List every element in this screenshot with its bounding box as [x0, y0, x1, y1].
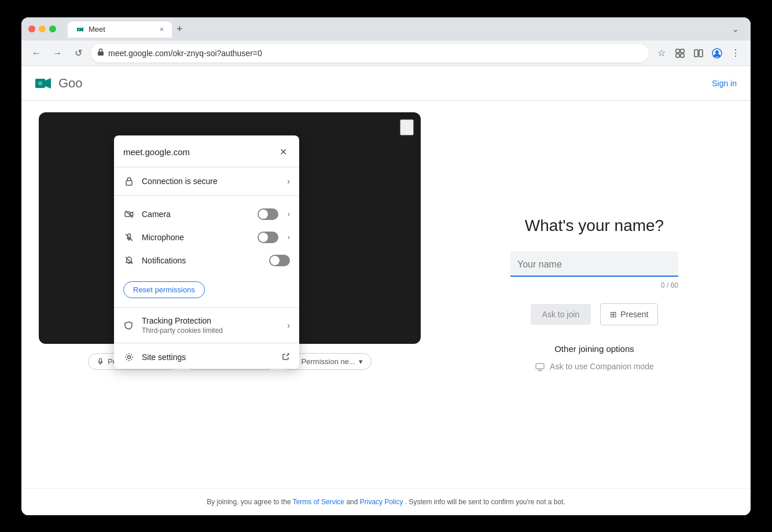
browser-menu-button[interactable]: ⋮: [727, 45, 744, 61]
browser-content: Goo Sign in ⋮: [21, 66, 751, 515]
mic-off-icon: [123, 232, 135, 243]
connection-secure-text: Connection is secure: [142, 177, 280, 186]
popup-camera-row[interactable]: Camera ›: [114, 203, 299, 226]
tracking-protection-icon: [123, 320, 135, 331]
tab-bar: Meet × +: [68, 21, 723, 38]
window-dropdown-button[interactable]: ⌄: [727, 21, 744, 37]
present-label: Present: [620, 310, 648, 319]
external-link-icon: [282, 353, 290, 362]
forward-button[interactable]: →: [49, 45, 65, 61]
popup-divider-1: [114, 167, 299, 167]
tab-close-button[interactable]: ×: [160, 25, 164, 34]
address-bar[interactable]: meet.google.com/okr-znyq-soi?authuser=0: [91, 44, 649, 63]
tab-title: Meet: [89, 25, 105, 34]
reset-permissions-button[interactable]: Reset permissions: [123, 281, 205, 298]
extensions-button[interactable]: [672, 45, 688, 61]
site-settings-text: Site settings: [142, 353, 275, 362]
companion-label: Ask to use Companion mode: [550, 362, 654, 371]
new-tab-button[interactable]: +: [172, 21, 188, 38]
camera-dropdown-icon: ▾: [359, 357, 363, 366]
svg-rect-5: [681, 49, 684, 53]
footer-text-after: . System info will be sent to confirm yo…: [405, 498, 565, 506]
tracking-chevron-icon: ›: [287, 321, 290, 330]
svg-rect-24: [536, 364, 544, 369]
popup-title: meet.google.com: [123, 147, 190, 157]
security-popup: meet.google.com ✕ Connection is secure ›: [114, 135, 299, 369]
privacy-policy-link[interactable]: Privacy Policy: [360, 498, 403, 506]
meet-icon: [33, 73, 54, 94]
browser-window: Meet × + ⌄ ← → ↺ meet.google.com/okr-zny…: [21, 17, 751, 515]
join-actions: Ask to join ⊞ Present: [531, 303, 659, 325]
svg-rect-3: [98, 52, 104, 56]
camera-toggle[interactable]: [258, 208, 278, 220]
titlebar: Meet × + ⌄: [21, 17, 751, 41]
other-options-heading: Other joining options: [554, 344, 634, 354]
camera-permission-text: Camera: [142, 210, 251, 219]
join-heading: What's your name?: [525, 217, 664, 235]
close-window-button[interactable]: [28, 25, 35, 32]
tracking-sub-label: Third-party cookies limited: [142, 326, 280, 335]
maximize-window-button[interactable]: [49, 25, 56, 32]
back-button[interactable]: ←: [28, 45, 45, 61]
popup-site-settings-row[interactable]: Site settings: [114, 346, 299, 369]
companion-icon: [535, 361, 545, 373]
svg-rect-8: [694, 50, 698, 57]
svg-rect-7: [681, 54, 684, 57]
popup-tracking-row[interactable]: Tracking Protection Third-party cookies …: [114, 310, 299, 340]
lock-secure-icon: [123, 175, 135, 187]
camera-chevron-icon: ›: [288, 210, 290, 218]
tab-favicon-icon: [76, 25, 85, 34]
connection-chevron-icon: ›: [287, 177, 290, 186]
notifications-toggle[interactable]: [269, 255, 290, 266]
sign-in-button[interactable]: Sign in: [712, 79, 737, 88]
svg-point-11: [715, 50, 719, 54]
meet-logo: Goo: [33, 73, 83, 94]
microphone-toggle[interactable]: [258, 232, 278, 243]
popup-notifications-row[interactable]: Notifications: [114, 249, 299, 272]
lock-icon: [97, 48, 105, 58]
video-more-button[interactable]: ⋮: [400, 119, 414, 135]
svg-rect-6: [676, 54, 679, 57]
microphone-chevron-icon: ›: [288, 233, 290, 241]
popup-divider-2: [114, 195, 299, 196]
present-icon: ⊞: [610, 310, 617, 319]
svg-point-15: [38, 81, 42, 85]
split-view-button[interactable]: [690, 45, 707, 61]
popup-close-button[interactable]: ✕: [276, 145, 290, 159]
terms-of-service-link[interactable]: Terms of Service: [293, 498, 344, 506]
toolbar-actions: ☆: [653, 45, 744, 61]
active-tab[interactable]: Meet ×: [68, 21, 172, 38]
camera-permission-label: Permission ne...: [302, 357, 355, 366]
tracking-label: Tracking Protection: [142, 316, 280, 325]
companion-mode-button[interactable]: Ask to use Companion mode: [535, 361, 654, 373]
microphone-permission-text: Microphone: [142, 233, 251, 242]
camera-off-icon: [123, 208, 135, 220]
popup-permissions-section: Camera › Microphone: [114, 198, 299, 277]
url-text: meet.google.com/okr-znyq-soi?authuser=0: [108, 49, 641, 58]
footer-text-before: By joining, you agree to the: [207, 498, 293, 506]
minimize-window-button[interactable]: [39, 25, 46, 32]
present-button[interactable]: ⊞ Present: [600, 303, 658, 325]
reload-button[interactable]: ↺: [70, 45, 86, 61]
bookmark-button[interactable]: ☆: [653, 45, 670, 61]
svg-rect-4: [676, 49, 679, 53]
account-button[interactable]: [709, 45, 725, 61]
name-input-container: [510, 251, 678, 277]
popup-microphone-row[interactable]: Microphone ›: [114, 226, 299, 249]
ask-to-join-button[interactable]: Ask to join: [531, 304, 591, 325]
bell-off-icon: [123, 255, 135, 266]
tracking-text-block: Tracking Protection Third-party cookies …: [142, 316, 280, 335]
page-footer: By joining, you agree to the Terms of Se…: [21, 488, 751, 515]
page-header: Goo Sign in: [21, 66, 751, 101]
svg-rect-9: [699, 50, 703, 57]
popup-connection-row[interactable]: Connection is secure ›: [114, 170, 299, 193]
svg-point-2: [78, 28, 80, 30]
footer-text-middle: and: [346, 498, 359, 506]
logo-text: Goo: [58, 76, 83, 91]
browser-toolbar: ← → ↺ meet.google.com/okr-znyq-soi?authu…: [21, 41, 751, 66]
char-count: 0 / 60: [510, 281, 678, 289]
name-input[interactable]: [510, 251, 678, 277]
notifications-permission-text: Notifications: [142, 256, 262, 265]
traffic-lights: [28, 25, 56, 32]
popup-header: meet.google.com ✕: [114, 135, 299, 164]
